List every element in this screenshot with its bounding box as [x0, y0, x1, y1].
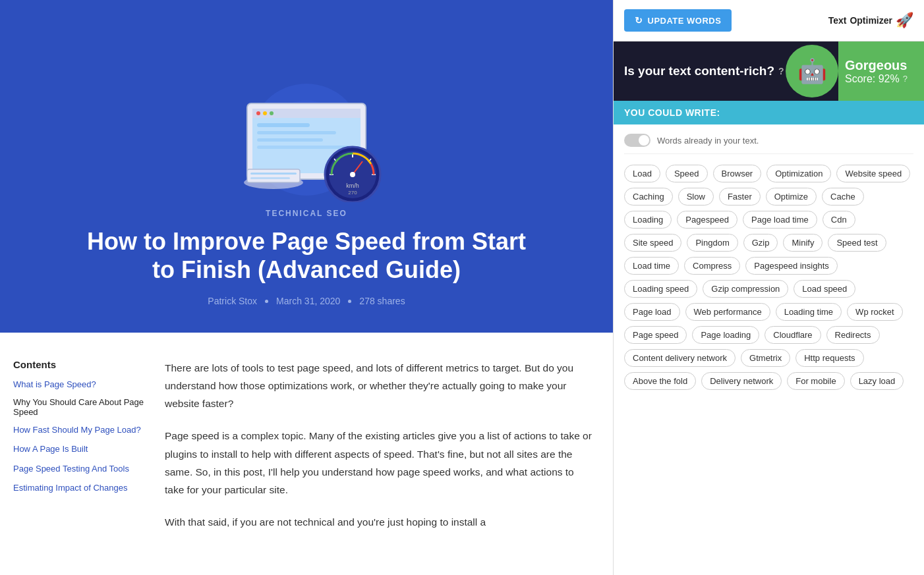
tag-item[interactable]: Gtmetrix — [741, 349, 790, 367]
toc-heading: Contents — [13, 359, 145, 370]
tag-item[interactable]: Redirects — [826, 326, 880, 344]
article-para-1: There are lots of tools to test page spe… — [165, 359, 593, 412]
toc-link-5[interactable]: Page Speed Testing And Tools — [13, 464, 129, 474]
tag-item[interactable]: Optimize — [766, 188, 817, 205]
tag-item[interactable]: Delivery network — [701, 372, 782, 390]
tag-item[interactable]: Minify — [783, 234, 823, 252]
tag-item[interactable]: Pagespeed — [677, 211, 737, 229]
logo-rocket-icon: 🚀 — [896, 12, 913, 29]
toc-link-3[interactable]: How Fast Should My Page Load? — [13, 425, 141, 435]
score-label: Gorgeous — [845, 58, 907, 73]
svg-rect-13 — [247, 169, 300, 182]
tag-item[interactable]: Cdn — [823, 211, 855, 229]
tag-item[interactable]: Wp rocket — [847, 303, 903, 321]
refresh-icon: ↻ — [635, 15, 643, 26]
article-para-2: Page speed is a complex topic. Many of t… — [165, 427, 593, 499]
svg-text:270: 270 — [348, 190, 357, 196]
toc-item-6[interactable]: Estimating Impact of Changes — [13, 481, 145, 494]
svg-point-6 — [263, 111, 267, 115]
text-optimizer-logo: Text Optimizer 🚀 — [828, 12, 913, 29]
svg-point-7 — [270, 111, 274, 115]
words-panel: Words already in your text. LoadSpeedBro… — [614, 124, 924, 575]
toc-list: What is Page Speed? Why You Should Care … — [13, 378, 145, 494]
tag-item[interactable]: Load speed — [794, 280, 855, 298]
tag-item[interactable]: Speed test — [828, 234, 886, 252]
hero-dot-1 — [265, 300, 268, 303]
svg-rect-15 — [250, 177, 290, 179]
tag-item[interactable]: Gzip — [743, 234, 778, 252]
tag-item[interactable]: Faster — [719, 188, 761, 205]
logo-text: Text — [828, 15, 847, 26]
tag-item[interactable]: Page speed — [624, 326, 687, 344]
question-mark-icon[interactable]: ? — [778, 65, 784, 77]
article-body: Contents What is Page Speed? Why You Sho… — [0, 333, 613, 572]
score-question-mark-2[interactable]: ? — [903, 74, 908, 84]
tag-item[interactable]: Loading time — [776, 303, 842, 321]
toc-item-2: Why You Should Care About Page Speed — [13, 397, 145, 417]
tag-item[interactable]: Pagespeed insights — [745, 257, 837, 275]
tag-item[interactable]: Slow — [678, 188, 714, 205]
toc-link-4[interactable]: How A Page Is Built — [13, 444, 88, 454]
tag-item[interactable]: For mobile — [787, 372, 844, 390]
tag-item[interactable]: Website speed — [836, 165, 910, 182]
article-para-3: With that said, if you are not technical… — [165, 513, 593, 531]
svg-rect-10 — [257, 138, 323, 142]
tag-item[interactable]: Web performance — [685, 303, 770, 321]
hero-dot-2 — [348, 300, 351, 303]
robot-avatar: 🤖 — [786, 45, 838, 97]
tag-item[interactable]: Compress — [684, 257, 740, 275]
toc-item-4[interactable]: How A Page Is Built — [13, 443, 145, 455]
tag-item[interactable]: Optimization — [766, 165, 831, 182]
tag-item[interactable]: Caching — [624, 188, 673, 205]
hero-date: March 31, 2020 — [276, 296, 340, 306]
score-value-text: Score: 92% — [845, 73, 900, 85]
svg-rect-11 — [257, 146, 349, 149]
update-words-button[interactable]: ↻ UPDATE WORDS — [624, 9, 732, 32]
tag-item[interactable]: Content delivery network — [624, 349, 736, 367]
toc-item-3[interactable]: How Fast Should My Page Load? — [13, 424, 145, 436]
article-content: There are lots of tools to test page spe… — [165, 359, 593, 545]
toggle-switch[interactable] — [624, 134, 650, 147]
tag-item[interactable]: Http requests — [795, 349, 863, 367]
score-banner: Is your text content-rich? ? 🤖 Gorgeous … — [614, 41, 924, 101]
tag-item[interactable]: Page loading — [692, 326, 759, 344]
tag-item[interactable]: Speed — [666, 165, 708, 182]
sidebar-header: ↻ UPDATE WORDS Text Optimizer 🚀 — [614, 0, 924, 41]
hero-banner: km/h 270 TECHNICAL SEO How to Improve Pa… — [0, 0, 613, 333]
tag-item[interactable]: Load time — [624, 257, 679, 275]
article-section: km/h 270 TECHNICAL SEO How to Improve Pa… — [0, 0, 613, 575]
toc-link-1[interactable]: What is Page Speed? — [13, 379, 96, 389]
tag-item[interactable]: Loading speed — [624, 280, 697, 298]
words-already-row: Words already in your text. — [624, 134, 913, 154]
tag-item[interactable]: Lazy load — [850, 372, 904, 390]
svg-point-24 — [350, 172, 355, 177]
tag-item[interactable]: Cache — [822, 188, 864, 205]
score-value: Score: 92% ? — [845, 73, 908, 85]
score-right-panel: Gorgeous Score: 92% ? — [838, 41, 924, 101]
tag-item[interactable]: Site speed — [624, 234, 681, 252]
tag-item[interactable]: Gzip compression — [703, 280, 788, 298]
toc-item-1[interactable]: What is Page Speed? — [13, 378, 145, 391]
hero-title: How to Improve Page Speed from Start to … — [82, 227, 531, 284]
tag-item[interactable]: Loading — [624, 211, 672, 229]
tags-container: LoadSpeedBrowserOptimizationWebsite spee… — [624, 165, 913, 390]
toc-link-6[interactable]: Estimating Impact of Changes — [13, 483, 127, 493]
tag-item[interactable]: Browser — [713, 165, 762, 182]
tag-item[interactable]: Cloudflare — [765, 326, 821, 344]
score-question-text: Is your text content-rich? — [624, 63, 774, 80]
tag-item[interactable]: Pingdom — [687, 234, 737, 252]
tag-item[interactable]: Load — [624, 165, 660, 182]
hero-illustration: km/h 270 — [194, 77, 419, 202]
toc-item-5[interactable]: Page Speed Testing And Tools — [13, 462, 145, 475]
toc-sidebar: Contents What is Page Speed? Why You Sho… — [13, 359, 145, 545]
logo-name: Optimizer — [850, 15, 892, 26]
tag-item[interactable]: Page load — [624, 303, 680, 321]
tag-item[interactable]: Page load time — [743, 211, 817, 229]
hero-meta: Patrick Stox March 31, 2020 278 shares — [208, 296, 405, 306]
hero-category: TECHNICAL SEO — [266, 209, 347, 218]
you-could-write-heading: YOU COULD WRITE: — [614, 101, 924, 124]
score-question: Is your text content-rich? ? — [624, 63, 786, 80]
words-already-label: Words already in your text. — [657, 136, 759, 146]
tag-item[interactable]: Above the fold — [624, 372, 696, 390]
svg-rect-9 — [257, 131, 336, 134]
